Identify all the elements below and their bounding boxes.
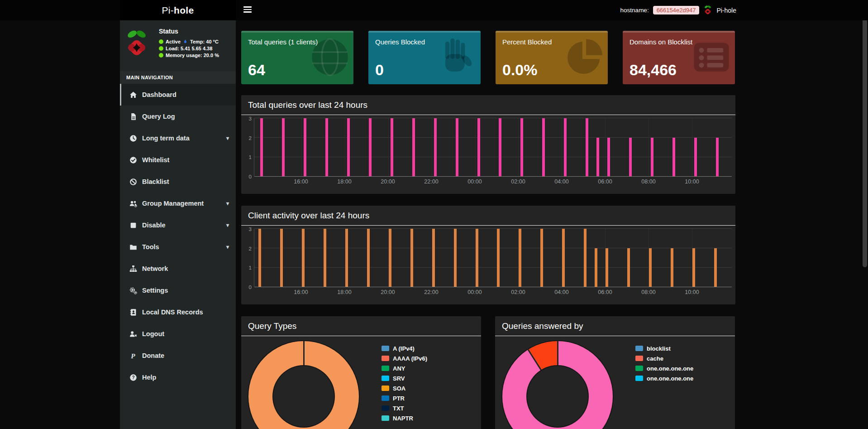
x-tick-label: 22:00 bbox=[424, 289, 438, 295]
total-queries-24h-bar bbox=[499, 118, 501, 176]
gridline-x bbox=[301, 118, 302, 176]
hand-icon bbox=[437, 37, 477, 77]
sidebar: Status Active Temp: 40 °C Load: 5.41 5.6… bbox=[120, 20, 236, 429]
legend-swatch bbox=[382, 405, 389, 411]
client-activity-24h-bar bbox=[497, 229, 500, 287]
clock-icon bbox=[129, 135, 137, 142]
logo-text-prefix: Pi- bbox=[162, 5, 174, 16]
legend-item-aaaa-ipv6[interactable]: AAAA (IPv6) bbox=[382, 354, 427, 362]
scrollbar-thumb[interactable] bbox=[863, 3, 867, 267]
legend-item-upstream-1[interactable]: one.one.one.one bbox=[635, 364, 693, 372]
client-activity-bar-chart: 0123 bbox=[254, 229, 732, 287]
raspberry-icon bbox=[703, 5, 712, 16]
sidebar-item-local-dns-records[interactable]: Local DNS Records bbox=[120, 301, 236, 323]
x-tick-label: 02:00 bbox=[511, 178, 525, 185]
legend-item-soa[interactable]: SOA bbox=[382, 384, 427, 392]
total-queries-24h-bar bbox=[542, 118, 545, 176]
total-queries-24h-bar bbox=[694, 138, 697, 176]
total-queries-24h-bar bbox=[629, 138, 632, 176]
sidebar-item-blacklist[interactable]: Blacklist bbox=[120, 171, 236, 193]
sidebar-item-donate[interactable]: Donate bbox=[120, 345, 236, 366]
client-activity-24h-bar bbox=[649, 248, 652, 287]
sidebar-item-tools[interactable]: Tools ▾ bbox=[120, 236, 236, 258]
total-queries-24h-bar bbox=[434, 118, 437, 176]
sidebar-toggle-button[interactable] bbox=[243, 6, 252, 14]
total-queries-24h-bar bbox=[477, 118, 480, 176]
client-activity-24h-bar bbox=[671, 248, 673, 287]
file-icon bbox=[129, 113, 137, 121]
y-tick-label: 0 bbox=[243, 174, 252, 179]
x-tick-label: 18:00 bbox=[337, 289, 351, 295]
x-tick-label: 10:00 bbox=[685, 289, 699, 295]
pie-chart-icon bbox=[564, 37, 604, 77]
sidebar-item-group-management[interactable]: Group Management ▾ bbox=[120, 193, 236, 214]
sidebar-item-disable[interactable]: Disable ▾ bbox=[120, 214, 236, 236]
gridline-x bbox=[562, 118, 562, 176]
y-tick-label: 1 bbox=[243, 265, 252, 270]
chevron-down-icon: ▾ bbox=[226, 200, 229, 207]
total-queries-24h-bar bbox=[564, 118, 567, 176]
x-tick-label: 00:00 bbox=[467, 289, 482, 295]
x-tick-label: 08:00 bbox=[641, 178, 655, 185]
legend-swatch bbox=[382, 356, 389, 361]
sidebar-item-query-log[interactable]: Query Log bbox=[120, 106, 236, 127]
client-activity-24h-bar bbox=[345, 229, 348, 287]
legend-item-naptr[interactable]: NAPTR bbox=[382, 414, 427, 422]
sidebar-item-whitelist[interactable]: Whitelist bbox=[120, 149, 236, 171]
donut-slice-divider bbox=[527, 349, 558, 397]
cogs-icon bbox=[129, 287, 137, 294]
sidebar-item-network[interactable]: Network bbox=[120, 258, 236, 280]
status-active-label: Active bbox=[166, 39, 181, 44]
gridline-x bbox=[518, 118, 519, 176]
legend-item-cache[interactable]: cache bbox=[635, 354, 693, 362]
total-queries-24h-bar bbox=[260, 118, 263, 176]
status-load-dot bbox=[159, 46, 163, 51]
x-tick-label: 16:00 bbox=[294, 178, 308, 185]
legend-item-srv[interactable]: SRV bbox=[382, 374, 427, 382]
y-tick-label: 2 bbox=[243, 135, 252, 141]
nav-section-label: MAIN NAVIGATION bbox=[120, 71, 236, 84]
x-tick-label: 04:00 bbox=[554, 178, 568, 185]
client-activity-24h-bar bbox=[584, 229, 587, 287]
client-activity-24h-bar bbox=[562, 229, 565, 287]
globe-icon bbox=[310, 37, 350, 77]
sidebar-item-settings[interactable]: Settings bbox=[120, 280, 236, 301]
y-tick-label: 1 bbox=[243, 154, 252, 160]
card-queries-blocked: Queries Blocked 0 bbox=[368, 31, 481, 84]
x-axis-labels: 16:0018:0020:0022:0000:0002:0004:0006:00… bbox=[254, 289, 732, 296]
x-tick-label: 10:00 bbox=[685, 178, 699, 185]
x-axis-labels: 16:0018:0020:0022:0000:0002:0004:0006:00… bbox=[254, 178, 732, 186]
total-queries-24h-bar bbox=[347, 118, 350, 176]
client-activity-24h-bar bbox=[476, 229, 478, 287]
pihole-logo[interactable]: Pi-hole bbox=[120, 0, 236, 20]
query-types-box: Query Types A (IPv4) AAAA (IPv6) ANY SRV… bbox=[241, 316, 481, 429]
queries-answered-legend: blocklist cache one.one.one.one one.one.… bbox=[635, 344, 693, 384]
donut-slice-divider bbox=[303, 341, 305, 396]
card-value: 0 bbox=[375, 61, 384, 79]
sidebar-item-long-term-data[interactable]: Long term data ▾ bbox=[120, 127, 236, 149]
legend-swatch bbox=[382, 366, 389, 371]
legend-item-txt[interactable]: TXT bbox=[382, 404, 427, 412]
main-content: Total queries (1 clients) 64 Queries Blo… bbox=[241, 20, 735, 429]
client-activity-24h-bar bbox=[280, 229, 283, 287]
legend-item-upstream-2[interactable]: one.one.one.one bbox=[635, 374, 693, 382]
client-activity-24h-bar bbox=[606, 248, 608, 287]
x-tick-label: 04:00 bbox=[554, 289, 568, 295]
total-queries-24h-bar bbox=[596, 138, 599, 176]
legend-item-a-ipv4[interactable]: A (IPv4) bbox=[382, 344, 427, 352]
card-domains-on-blocklist: Domains on Blocklist 84,466 bbox=[623, 31, 735, 84]
y-tick-label: 2 bbox=[243, 246, 252, 251]
list-icon bbox=[692, 37, 731, 77]
sidebar-item-dashboard[interactable]: Dashboard bbox=[120, 84, 236, 106]
sidebar-item-help[interactable]: Help bbox=[120, 366, 236, 388]
address-book-icon bbox=[129, 308, 137, 316]
sidebar-item-logout[interactable]: Logout bbox=[120, 323, 236, 345]
legend-item-any[interactable]: ANY bbox=[382, 364, 427, 372]
total-queries-24h-bar bbox=[391, 118, 393, 176]
legend-item-blocklist[interactable]: blocklist bbox=[635, 344, 693, 352]
sitemap-icon bbox=[129, 265, 137, 273]
legend-item-ptr[interactable]: PTR bbox=[382, 394, 427, 402]
temperature-icon bbox=[183, 39, 188, 44]
total-queries-24h-bar bbox=[325, 118, 328, 176]
question-circle-icon bbox=[129, 374, 137, 381]
